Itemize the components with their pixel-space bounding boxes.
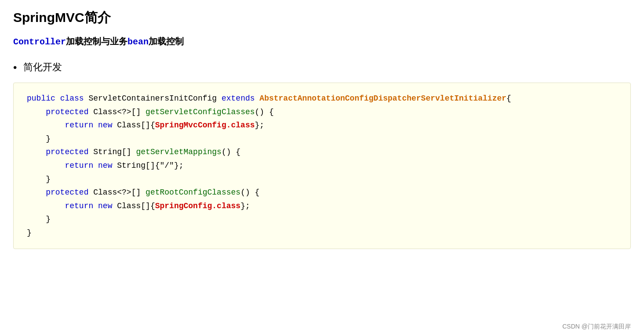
code-line-4: } [27, 132, 617, 146]
bullet-section: • 简化开发 [13, 61, 631, 74]
subtitle-text2: 加载控制 [149, 36, 184, 46]
subtitle-text1: 加载控制与业务 [66, 36, 127, 46]
code-line-5: protected String[] getServletMappings() … [27, 145, 617, 159]
code-line-2: protected Class<?>[] getServletConfigCla… [27, 105, 617, 119]
code-line-11: } [27, 226, 617, 240]
page-title: SpringMVC简介 [13, 9, 631, 27]
code-line-3: return new Class[]{SpringMvcConfig.class… [27, 119, 617, 132]
subtitle-code2: bean [127, 37, 149, 47]
watermark: CSDN @门前花开满田岸 [562, 323, 631, 331]
code-line-8: protected Class<?>[] getRootConfigClasse… [27, 186, 617, 199]
code-line-7: } [27, 173, 617, 186]
code-block: public class ServletContainersInitConfig… [13, 83, 631, 249]
code-line-9: return new Class[]{SpringConfig.class}; [27, 199, 617, 213]
bullet-label: 简化开发 [23, 61, 62, 74]
code-line-6: return new String[]{"/"}; [27, 159, 617, 173]
subtitle: Controller加载控制与业务bean加载控制 [13, 36, 631, 47]
code-line-1: public class ServletContainersInitConfig… [27, 92, 617, 105]
bullet-icon: • [13, 61, 17, 74]
subtitle-code1: Controller [13, 37, 66, 47]
code-line-10: } [27, 213, 617, 226]
